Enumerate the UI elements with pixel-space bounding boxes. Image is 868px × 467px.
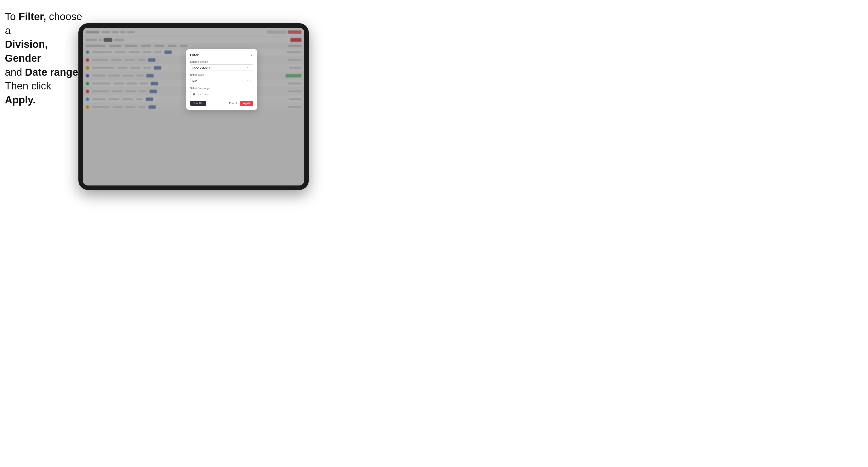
gender-value: Men [192, 80, 197, 82]
instruction-bold-division-gender: Division, Gender [5, 38, 48, 64]
modal-footer: Clear filter Cancel Apply [190, 101, 253, 106]
filter-modal: Filter × Select a division NCAA Division… [186, 49, 257, 110]
tablet-screen: Filter × Select a division NCAA Division… [83, 28, 304, 185]
division-value: NCAA Division I [192, 66, 210, 69]
instruction-block: To Filter, choose a Division, Gender and… [5, 10, 83, 107]
instruction-bold-filter: Filter, [19, 11, 46, 22]
instruction-line3: and Date range. [5, 66, 81, 78]
gender-select-icons: × ⌃ [247, 80, 251, 82]
gender-select[interactable]: Men × ⌃ [190, 78, 253, 84]
instruction-bold-date: Date range. [25, 66, 81, 78]
instruction-bold-apply: Apply. [5, 94, 35, 105]
date-label: Select Date range [190, 87, 253, 90]
division-label: Select a division [190, 61, 253, 63]
instruction-line4: Then click Apply. [5, 80, 51, 105]
chevron-gender-icon: ⌃ [249, 80, 251, 82]
date-form-group: Select Date range 📅 Pick a date [190, 87, 253, 97]
modal-close-button[interactable]: × [249, 53, 253, 57]
division-form-group: Select a division NCAA Division I × ⌃ [190, 61, 253, 71]
clear-division-icon[interactable]: × [247, 66, 248, 69]
division-select[interactable]: NCAA Division I × ⌃ [190, 64, 253, 71]
tablet-device: Filter × Select a division NCAA Division… [79, 23, 309, 190]
date-range-input[interactable]: 📅 Pick a date [190, 91, 253, 97]
division-select-icons: × ⌃ [247, 66, 251, 69]
gender-label: Select gender [190, 74, 253, 76]
chevron-division-icon: ⌃ [249, 66, 251, 69]
instruction-line1: To Filter, choose a [5, 11, 82, 36]
date-placeholder: Pick a date [196, 93, 209, 96]
modal-header: Filter × [190, 53, 253, 57]
gender-form-group: Select gender Men × ⌃ [190, 74, 253, 84]
modal-title: Filter [190, 53, 198, 57]
cancel-button[interactable]: Cancel [227, 101, 239, 106]
clear-filter-button[interactable]: Clear filter [190, 101, 206, 106]
modal-footer-right: Cancel Apply [227, 101, 253, 106]
apply-button[interactable]: Apply [240, 101, 253, 106]
calendar-icon: 📅 [192, 93, 195, 96]
clear-gender-icon[interactable]: × [247, 80, 248, 82]
